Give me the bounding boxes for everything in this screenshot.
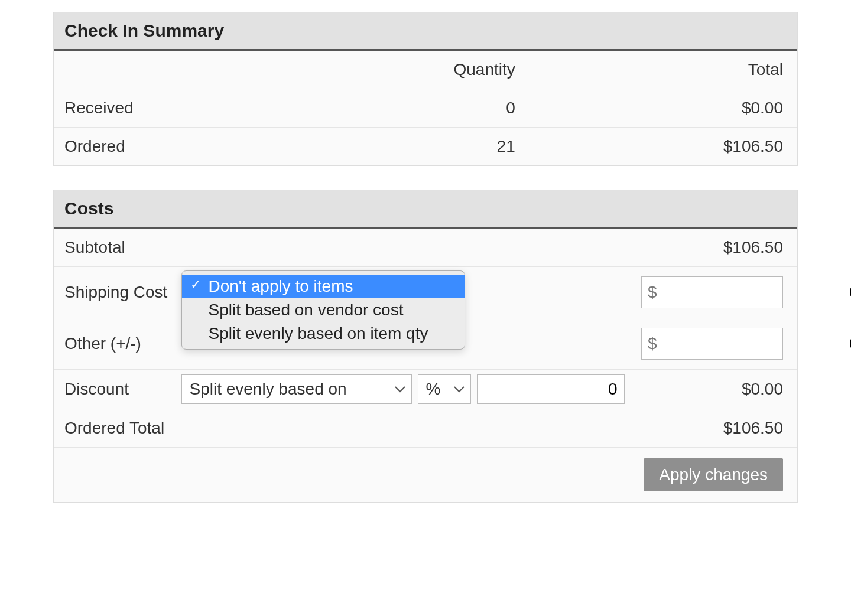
summary-header-qty: Quantity: [184, 51, 526, 89]
shipping-label: Shipping Cost: [54, 267, 181, 318]
shipping-method-dropdown[interactable]: Don't apply to items Split based on vend…: [181, 270, 465, 350]
shipping-amount-input[interactable]: $: [641, 276, 783, 308]
panel-title: Check In Summary: [54, 12, 797, 51]
discount-unit-value: %: [426, 380, 440, 399]
other-amount-field[interactable]: [663, 328, 851, 359]
costs-row-shipping: Shipping Cost Don't apply to items Split…: [54, 267, 797, 318]
costs-action-row: Apply changes: [54, 448, 797, 503]
dollar-prefix: $: [642, 283, 663, 302]
dropdown-option-dont-apply[interactable]: Don't apply to items: [182, 275, 465, 298]
summary-received-total: $0.00: [526, 89, 797, 128]
summary-header-total: Total: [526, 51, 797, 89]
discount-label: Discount: [54, 370, 181, 409]
costs-panel: Costs Subtotal $106.50 Shipping Cost Don…: [53, 190, 798, 503]
panel-title: Costs: [54, 190, 797, 229]
check-in-summary-panel: Check In Summary Quantity Total Received…: [53, 12, 798, 166]
ordered-total-label: Ordered Total: [54, 409, 181, 448]
chevron-down-icon: [454, 386, 465, 393]
costs-table: Subtotal $106.50 Shipping Cost Don't app…: [54, 229, 797, 502]
discount-method-value: Split evenly based on: [189, 380, 346, 399]
costs-row-ordered-total: Ordered Total $106.50: [54, 409, 797, 448]
summary-header-empty: [54, 51, 184, 89]
discount-total: $0.00: [631, 370, 797, 409]
summary-ordered-total: $106.50: [526, 128, 797, 166]
shipping-amount-field[interactable]: [663, 277, 851, 308]
summary-ordered-label: Ordered: [54, 128, 184, 166]
summary-row-ordered: Ordered 21 $106.50: [54, 128, 797, 166]
other-label: Other (+/-): [54, 318, 181, 370]
subtotal-value: $106.50: [631, 229, 797, 267]
chevron-down-icon: [395, 386, 405, 393]
subtotal-label: Subtotal: [54, 229, 181, 267]
dropdown-option-split-qty[interactable]: Split evenly based on item qty: [182, 322, 465, 346]
discount-value-input[interactable]: [477, 374, 625, 404]
summary-header-row: Quantity Total: [54, 51, 797, 89]
summary-received-qty: 0: [184, 89, 526, 128]
dollar-prefix: $: [642, 334, 663, 353]
summary-ordered-qty: 21: [184, 128, 526, 166]
summary-received-label: Received: [54, 89, 184, 128]
other-amount-input[interactable]: $: [641, 328, 783, 360]
costs-row-subtotal: Subtotal $106.50: [54, 229, 797, 267]
costs-row-discount: Discount Split evenly based on %: [54, 370, 797, 409]
summary-row-received: Received 0 $0.00: [54, 89, 797, 128]
discount-unit-select[interactable]: %: [418, 374, 471, 404]
ordered-total-value: $106.50: [631, 409, 797, 448]
summary-table: Quantity Total Received 0 $0.00 Ordered …: [54, 51, 797, 165]
discount-method-select[interactable]: Split evenly based on: [181, 374, 412, 404]
dropdown-option-split-vendor[interactable]: Split based on vendor cost: [182, 298, 465, 322]
apply-changes-button[interactable]: Apply changes: [644, 458, 783, 491]
